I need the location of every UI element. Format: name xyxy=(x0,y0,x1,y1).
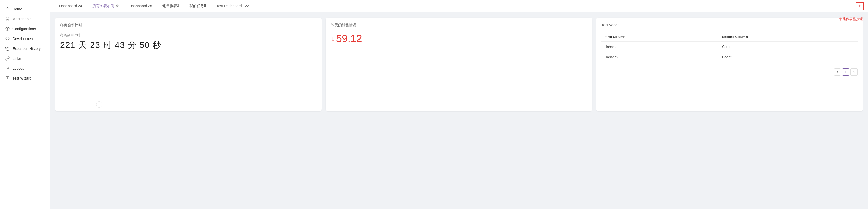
tab-sales-report-3-label: 销售报表3 xyxy=(162,4,179,8)
table-cell: Good2 xyxy=(719,52,858,62)
sidebar-item-logout-label: Logout xyxy=(12,66,24,71)
tab-dashboard-24-label: Dashboard 24 xyxy=(59,4,82,8)
sidebar-item-execution-history[interactable]: Execution History xyxy=(0,44,50,54)
create-dashboard-wrapper: + xyxy=(856,2,864,10)
tab-my-tasks-5-label: 我的任务5 xyxy=(189,4,206,8)
logout-icon xyxy=(5,66,10,71)
sidebar-item-links-label: Links xyxy=(12,56,21,60)
svg-point-1 xyxy=(7,28,8,29)
database-icon xyxy=(5,17,10,21)
sidebar-item-logout[interactable]: Logout xyxy=(0,63,50,73)
sidebar-item-home-label: Home xyxy=(12,7,22,11)
table-cell: Good xyxy=(719,42,858,52)
sidebar-item-execution-history-label: Execution History xyxy=(12,47,41,51)
widget-countdown-value: 221 天 23 时 43 分 50 秒 xyxy=(60,40,316,51)
widget-sales-title: 昨天的销售情况 xyxy=(331,23,587,28)
tab-all-charts-label: 所有图表示例 xyxy=(92,4,114,8)
table-row: Hahaha2 Good2 xyxy=(601,52,858,62)
widget-countdown: 冬奥会倒计时 冬奥会倒计时 221 天 23 时 43 分 50 秒 xyxy=(55,18,321,111)
wizard-icon xyxy=(5,76,10,81)
widget-test-title: Test Widget xyxy=(601,23,858,27)
widget-sales-value: ↓ 59.12 xyxy=(331,33,587,45)
widget-countdown-title: 冬奥会倒计时 xyxy=(60,23,316,28)
widget-test-table: Test Widget First Column Second Column H… xyxy=(596,18,863,111)
plus-icon: + xyxy=(858,3,861,9)
sidebar-item-test-wizard[interactable]: Test Wizard xyxy=(0,73,50,83)
table-row: Hahaha Good xyxy=(601,42,858,52)
topbar-actions: + xyxy=(856,0,864,12)
trend-down-icon: ↓ xyxy=(331,34,335,43)
home-icon xyxy=(5,7,10,11)
dashboard-content: 冬奥会倒计时 冬奥会倒计时 221 天 23 时 43 分 50 秒 昨天的销售… xyxy=(50,12,868,209)
sidebar-item-links[interactable]: Links xyxy=(0,54,50,63)
table-cell: Hahaha2 xyxy=(601,52,719,62)
table-cell: Hahaha xyxy=(601,42,719,52)
pagination-prev-button[interactable]: ‹ xyxy=(834,68,841,76)
sidebar-item-home[interactable]: Home xyxy=(0,4,50,14)
tab-dashboard-24[interactable]: Dashboard 24 xyxy=(54,0,87,12)
sidebar-item-development[interactable]: Development xyxy=(0,34,50,44)
code-icon xyxy=(5,36,10,41)
svg-point-0 xyxy=(6,17,9,18)
sidebar-item-master-data[interactable]: Master data xyxy=(0,14,50,24)
test-widget-table: First Column Second Column Hahaha Good H… xyxy=(601,32,858,62)
pagination-next-button[interactable]: › xyxy=(850,68,858,76)
history-icon xyxy=(5,46,10,51)
table-col-first: First Column xyxy=(601,32,719,42)
tab-bar: Dashboard 24 所有图表示例 ⚙ Dashboard 25 销售报表3… xyxy=(54,0,856,12)
create-dashboard-button[interactable]: + xyxy=(856,2,864,10)
widget-sales-number: 59.12 xyxy=(336,33,362,45)
tab-sales-report-3[interactable]: 销售报表3 xyxy=(157,0,184,12)
widget-countdown-subtitle: 冬奥会倒计时 xyxy=(60,33,316,37)
main-content: ‹ Dashboard 24 所有图表示例 ⚙ Dashboard 25 销售报… xyxy=(50,0,868,209)
sidebar-item-configurations[interactable]: Configurations xyxy=(0,24,50,34)
sidebar-item-configurations-label: Configurations xyxy=(12,27,36,31)
tab-dashboard-25-label: Dashboard 25 xyxy=(129,4,152,8)
sidebar-item-master-data-label: Master data xyxy=(12,17,32,21)
link-icon xyxy=(5,56,10,61)
sidebar-item-test-wizard-label: Test Wizard xyxy=(12,76,31,80)
pagination-page-1[interactable]: 1 xyxy=(842,68,849,76)
tab-test-dashboard-122-label: Test Dashboard 122 xyxy=(216,4,249,8)
sidebar: Home Master data Configurations Developm… xyxy=(0,0,50,209)
tab-all-charts[interactable]: 所有图表示例 ⚙ xyxy=(87,0,124,12)
table-col-second: Second Column xyxy=(719,32,858,42)
nav-collapse-button[interactable]: ‹ xyxy=(96,101,102,108)
tab-settings-icon[interactable]: ⚙ xyxy=(116,4,119,8)
table-pagination: ‹ 1 › xyxy=(601,66,858,76)
topbar: Dashboard 24 所有图表示例 ⚙ Dashboard 25 销售报表3… xyxy=(50,0,868,12)
tab-dashboard-25[interactable]: Dashboard 25 xyxy=(124,0,157,12)
settings-icon xyxy=(5,27,10,31)
tab-my-tasks-5[interactable]: 我的任务5 xyxy=(184,0,211,12)
tab-test-dashboard-122[interactable]: Test Dashboard 122 xyxy=(211,0,254,12)
widget-sales-yesterday: 昨天的销售情况 ↓ 59.12 xyxy=(326,18,592,111)
sidebar-item-development-label: Development xyxy=(12,37,34,41)
create-dashboard-label: 创建仪表盘按钮 xyxy=(839,17,863,21)
